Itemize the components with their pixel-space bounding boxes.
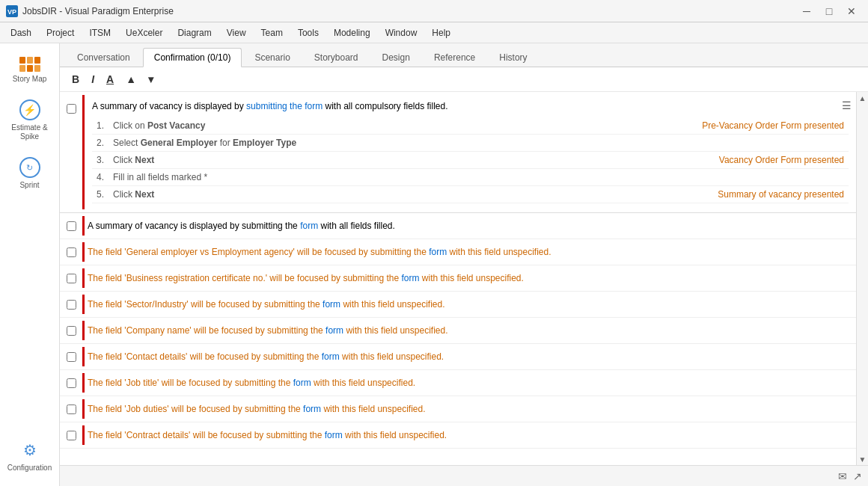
row-1-text: A summary of vacancy is displayed by sub… [82,216,856,236]
row-2-checkbox[interactable] [67,247,76,257]
menu-project[interactable]: Project [39,25,82,41]
row-7-checkbox[interactable] [67,378,76,388]
row-3-checkbox-cell [60,266,82,290]
sprint-icon: ↻ [19,157,40,178]
row-2-checkbox-cell [60,240,82,264]
row-8-checkbox-cell [60,397,82,421]
row-6-checkbox[interactable] [67,352,76,362]
tab-conversation[interactable]: Conversation [66,48,141,67]
scenario-summary: A summary of vacancy is displayed by sub… [92,101,849,111]
menu-itsm[interactable]: ITSM [82,25,118,41]
bold-button[interactable]: B [67,72,84,87]
row-1-checkbox[interactable] [67,221,76,231]
sidebar-item-story-map[interactable]: Story Map [4,51,56,90]
estimate-icon: ⚡ [19,99,40,120]
menu-uexceler[interactable]: UeXceler [118,25,170,41]
tab-history[interactable]: History [488,48,538,67]
tab-scenario[interactable]: Scenario [243,48,301,67]
app-icon: VP [6,5,18,17]
row-5-checkbox-cell [60,319,82,342]
menu-modeling[interactable]: Modeling [326,25,378,41]
story-map-icon [19,57,40,72]
underline-button[interactable]: A [102,72,118,87]
sidebar-config-label: Configuration [7,464,52,473]
row-5-text: The field 'Company name' will be focused… [82,321,856,340]
row-4-checkbox[interactable] [67,300,76,310]
main-layout: Story Map ⚡ Estimate & Spike ↻ Sprint ⚙ … [0,43,868,486]
row-7-text: The field 'Job title' will be focused by… [82,373,856,393]
menu-window[interactable]: Window [378,25,425,41]
row-9-checkbox-cell [60,423,82,447]
svg-text:VP: VP [7,8,16,16]
row-9: The field 'Contract details' will be foc… [60,422,856,449]
sidebar: Story Map ⚡ Estimate & Spike ↻ Sprint ⚙ … [0,43,60,486]
row-4: The field 'Sector/Industry' will be focu… [60,292,856,318]
email-icon[interactable]: ✉ [838,470,847,482]
row-2: The field 'General employer vs Employmen… [60,239,856,265]
sidebar-estimate-label: Estimate & Spike [7,123,53,141]
main-row-checkbox[interactable] [60,92,82,120]
up-button[interactable]: ▲ [121,72,141,87]
row-7-checkbox-cell [60,371,82,395]
row-6-text: The field 'Contact details' will be focu… [82,347,856,366]
row-6-checkbox-cell [60,345,82,369]
table-row: 5. Click Next Summary of vacancy present… [92,186,849,203]
scroll-content[interactable]: A summary of vacancy is displayed by sub… [60,92,856,465]
row-7: The field 'Job title' will be focused by… [60,370,856,396]
title-bar-controls: ─ □ ✕ [796,1,862,22]
row-2-text: The field 'General employer vs Employmen… [82,242,856,262]
table-row: 3. Click Next Vacancy Order Form present… [92,152,849,169]
tab-confirmation[interactable]: Confirmation (0/10) [143,48,242,67]
down-button[interactable]: ▾ [144,72,158,87]
scroll-down-arrow[interactable]: ▼ [857,453,869,465]
sidebar-item-configuration[interactable]: ⚙ Configuration [4,434,56,479]
menu-bar: Dash Project ITSM UeXceler Diagram View … [0,22,868,43]
outer-scroll: A summary of vacancy is displayed by sub… [60,92,868,465]
window-title: JobsDIR - Visual Paradigm Enterprise [22,6,174,16]
menu-dash[interactable]: Dash [3,25,39,41]
tab-design[interactable]: Design [371,48,421,67]
row-8-text: The field 'Job duties' will be focused b… [82,399,856,419]
sidebar-story-map-label: Story Map [13,75,47,84]
table-row: 1. Click on Post Vacancy Pre-Vacancy Ord… [92,117,849,135]
scroll-up-arrow[interactable]: ▲ [857,92,869,104]
tab-storyboard[interactable]: Storyboard [303,48,370,67]
menu-help[interactable]: Help [424,25,458,41]
maximize-button[interactable]: □ [819,1,840,22]
row-5-checkbox[interactable] [67,326,76,336]
status-bar: ✉ ↗ [60,465,868,486]
sidebar-item-sprint[interactable]: ↻ Sprint [4,151,56,196]
row-8: The field 'Job duties' will be focused b… [60,396,856,422]
right-scrollbar[interactable]: ▲ ▼ [856,92,868,465]
menu-view[interactable]: View [219,25,254,41]
list-icon[interactable]: ☰ [842,99,852,111]
minimize-button[interactable]: ─ [796,1,817,22]
row-6: The field 'Contact details' will be focu… [60,344,856,370]
sidebar-sprint-label: Sprint [19,181,39,190]
row-9-text: The field 'Contract details' will be foc… [82,425,856,445]
row-1-checkbox-cell [60,214,82,238]
row-3: The field 'Business registration certifi… [60,265,856,292]
steps-table: 1. Click on Post Vacancy Pre-Vacancy Ord… [92,117,849,203]
menu-diagram[interactable]: Diagram [170,25,218,41]
tab-reference[interactable]: Reference [423,48,486,67]
tabs: Conversation Confirmation (0/10) Scenari… [60,43,868,67]
row-3-text: The field 'Business registration certifi… [82,268,856,288]
config-icon: ⚙ [19,440,40,461]
row-8-checkbox[interactable] [67,405,76,414]
title-bar: VP JobsDIR - Visual Paradigm Enterprise … [0,0,868,22]
main-checkbox[interactable] [67,104,76,114]
row-5: The field 'Company name' will be focused… [60,318,856,344]
row-3-checkbox[interactable] [67,274,76,283]
sidebar-item-estimate[interactable]: ⚡ Estimate & Spike [4,93,56,147]
row-4-text: The field 'Sector/Industry' will be focu… [82,295,856,314]
export-icon[interactable]: ↗ [853,470,862,482]
table-row: 2. Select General Employer for Employer … [92,135,849,152]
row-1: A summary of vacancy is displayed by sub… [60,213,856,239]
menu-team[interactable]: Team [254,25,290,41]
italic-button[interactable]: I [87,72,99,87]
row-9-checkbox[interactable] [67,431,76,440]
toolbar: B I A ▲ ▾ [60,67,868,92]
close-button[interactable]: ✕ [841,1,862,22]
menu-tools[interactable]: Tools [290,25,326,41]
